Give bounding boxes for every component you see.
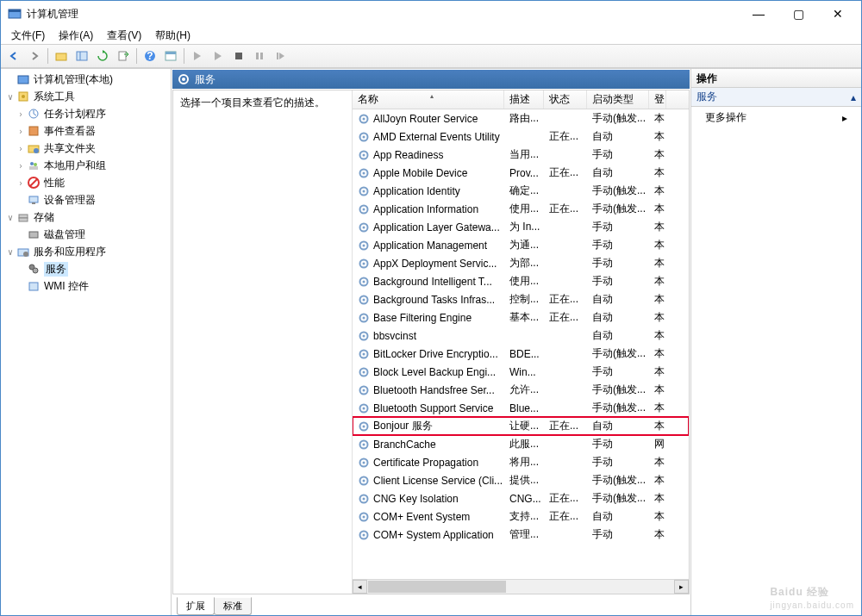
scroll-thumb[interactable] bbox=[368, 581, 506, 593]
svg-point-71 bbox=[363, 407, 365, 409]
svg-rect-27 bbox=[32, 202, 35, 204]
pause-icon[interactable] bbox=[250, 47, 269, 65]
tree-root[interactable]: 计算机管理(本地) bbox=[1, 71, 171, 88]
tree-device-manager[interactable]: 设备管理器 bbox=[1, 191, 171, 208]
service-row[interactable]: AllJoyn Router Service路由...手动(触发...本 bbox=[353, 109, 689, 128]
svg-point-79 bbox=[363, 479, 365, 482]
tab-standard[interactable]: 标准 bbox=[214, 597, 252, 615]
menu-view[interactable]: 查看(V) bbox=[102, 27, 147, 45]
tab-extended[interactable]: 扩展 bbox=[177, 597, 215, 615]
svg-rect-29 bbox=[19, 218, 28, 221]
stop-icon[interactable] bbox=[229, 47, 248, 65]
svg-point-41 bbox=[363, 135, 365, 138]
service-row[interactable]: BitLocker Drive Encryptio...BDE...手动(触发.… bbox=[353, 345, 689, 363]
actions-header: 操作 bbox=[691, 69, 861, 88]
service-row[interactable]: Bluetooth Handsfree Ser...允许...手动(触发...本 bbox=[353, 381, 689, 399]
panel-icon[interactable] bbox=[72, 47, 91, 65]
back-button[interactable] bbox=[4, 47, 23, 65]
svg-point-67 bbox=[363, 370, 365, 373]
menubar: 文件(F) 操作(A) 查看(V) 帮助(H) bbox=[1, 27, 861, 44]
menu-file[interactable]: 文件(F) bbox=[6, 27, 50, 45]
service-row[interactable]: Application Identity确定...手动(触发...本 bbox=[353, 182, 689, 200]
svg-point-69 bbox=[363, 389, 365, 391]
svg-point-63 bbox=[363, 334, 365, 337]
actions-subheader[interactable]: 服务 ▴ bbox=[691, 88, 861, 107]
svg-rect-35 bbox=[29, 283, 38, 290]
tree-shared-folders[interactable]: ›共享文件夹 bbox=[1, 140, 171, 157]
maximize-button[interactable]: ▢ bbox=[778, 1, 818, 27]
play2-icon[interactable] bbox=[209, 47, 228, 65]
service-row[interactable]: Base Filtering Engine基本...正在...自动本 bbox=[353, 308, 689, 327]
menu-help[interactable]: 帮助(H) bbox=[150, 27, 196, 45]
close-button[interactable]: ✕ bbox=[818, 1, 858, 27]
tree-systools[interactable]: ∨系统工具 bbox=[1, 88, 171, 105]
service-row[interactable]: App Readiness当用...手动本 bbox=[353, 146, 689, 164]
service-row[interactable]: CNG Key IsolationCNG...正在...手动(触发...本 bbox=[353, 489, 689, 507]
svg-rect-11 bbox=[256, 53, 259, 59]
menu-action[interactable]: 操作(A) bbox=[53, 27, 98, 45]
service-row[interactable]: Bluetooth Support ServiceBlue...手动(触发...… bbox=[353, 399, 689, 417]
service-row[interactable]: Certificate Propagation将用...手动本 bbox=[353, 453, 689, 471]
app-icon bbox=[8, 7, 22, 21]
service-row[interactable]: COM+ Event System支持...正在...自动本 bbox=[353, 507, 689, 526]
tree-event-viewer[interactable]: ›事件查看器 bbox=[1, 122, 171, 140]
svg-point-32 bbox=[23, 252, 28, 257]
export-icon[interactable] bbox=[114, 47, 133, 65]
col-desc[interactable]: 描述 bbox=[504, 90, 544, 109]
service-row[interactable]: Client License Service (Cli...提供...手动(触发… bbox=[353, 471, 689, 489]
help-icon[interactable]: ? bbox=[141, 47, 159, 65]
svg-rect-3 bbox=[77, 52, 87, 60]
col-name[interactable]: 名称 bbox=[353, 90, 504, 109]
col-status[interactable]: 状态 bbox=[544, 90, 587, 109]
tree-task-scheduler[interactable]: ›任务计划程序 bbox=[1, 105, 171, 122]
svg-rect-30 bbox=[29, 232, 38, 238]
service-row[interactable]: Block Level Backup Engi...Win...手动本 bbox=[353, 363, 689, 381]
minimize-button[interactable]: — bbox=[739, 1, 778, 27]
service-row[interactable]: Apple Mobile DeviceProv...正在...自动本 bbox=[353, 164, 689, 182]
tree-performance[interactable]: ›性能 bbox=[1, 174, 171, 191]
service-row[interactable]: Application Layer Gatewa...为 In...手动本 bbox=[353, 218, 689, 236]
col-startup[interactable]: 启动类型 bbox=[587, 90, 649, 109]
list-header: 名称 ▴ 描述 状态 启动类型 登 bbox=[353, 90, 689, 109]
description-pane: 选择一个项目来查看它的描述。 bbox=[173, 90, 353, 594]
svg-point-22 bbox=[34, 163, 37, 166]
tree-local-users[interactable]: ›本地用户和组 bbox=[1, 157, 171, 174]
window-icon[interactable] bbox=[161, 47, 180, 65]
svg-rect-1 bbox=[9, 9, 21, 12]
chevron-right-icon: ▸ bbox=[842, 112, 847, 124]
refresh-icon[interactable] bbox=[93, 47, 112, 65]
svg-point-34 bbox=[33, 268, 38, 273]
service-row[interactable]: bbsvcinst自动本 bbox=[353, 327, 689, 345]
play-icon[interactable] bbox=[188, 47, 207, 65]
collapse-icon[interactable]: ▴ bbox=[851, 91, 856, 103]
actions-more-label: 更多操作 bbox=[705, 110, 746, 125]
forward-button[interactable] bbox=[25, 47, 44, 65]
service-row[interactable]: AppX Deployment Servic...为部...手动本 bbox=[353, 254, 689, 272]
col-logon[interactable]: 登 bbox=[649, 90, 666, 109]
tabs: 扩展 标准 bbox=[172, 596, 690, 615]
actions-more[interactable]: 更多操作 ▸ bbox=[691, 107, 861, 128]
svg-point-85 bbox=[363, 533, 365, 536]
service-row[interactable]: Application Management为通...手动本 bbox=[353, 236, 689, 254]
tree-disk-mgmt[interactable]: 磁盘管理 bbox=[1, 226, 171, 243]
tree-storage[interactable]: ∨存储 bbox=[1, 208, 171, 226]
service-row[interactable]: Background Tasks Infras...控制...正在...自动本 bbox=[353, 290, 689, 308]
scroll-left-icon[interactable]: ◂ bbox=[353, 580, 367, 594]
scroll-right-icon[interactable]: ▸ bbox=[674, 580, 689, 594]
tree-wmi[interactable]: WMI 控件 bbox=[1, 277, 171, 295]
service-row[interactable]: BranchCache此服...手动网 bbox=[353, 435, 689, 453]
service-row[interactable]: Application Information使用...正在...手动(触发..… bbox=[353, 200, 689, 218]
horizontal-scrollbar[interactable]: ◂ ▸ bbox=[353, 579, 689, 594]
svg-rect-13 bbox=[277, 53, 278, 59]
svg-point-20 bbox=[34, 148, 39, 153]
tree-services-apps[interactable]: ∨服务和应用程序 bbox=[1, 243, 171, 260]
service-row[interactable]: Bonjour 服务让硬...正在...自动本 bbox=[353, 417, 689, 435]
folder-icon[interactable] bbox=[52, 47, 71, 65]
service-row[interactable]: Background Intelligent T...使用...手动本 bbox=[353, 272, 689, 290]
svg-point-81 bbox=[363, 497, 365, 500]
tree-services[interactable]: 服务 bbox=[1, 260, 171, 277]
svg-point-53 bbox=[363, 244, 365, 246]
service-row[interactable]: AMD External Events Utility正在...自动本 bbox=[353, 128, 689, 146]
restart-icon[interactable] bbox=[271, 47, 290, 65]
service-row[interactable]: COM+ System Application管理...手动本 bbox=[353, 526, 689, 544]
